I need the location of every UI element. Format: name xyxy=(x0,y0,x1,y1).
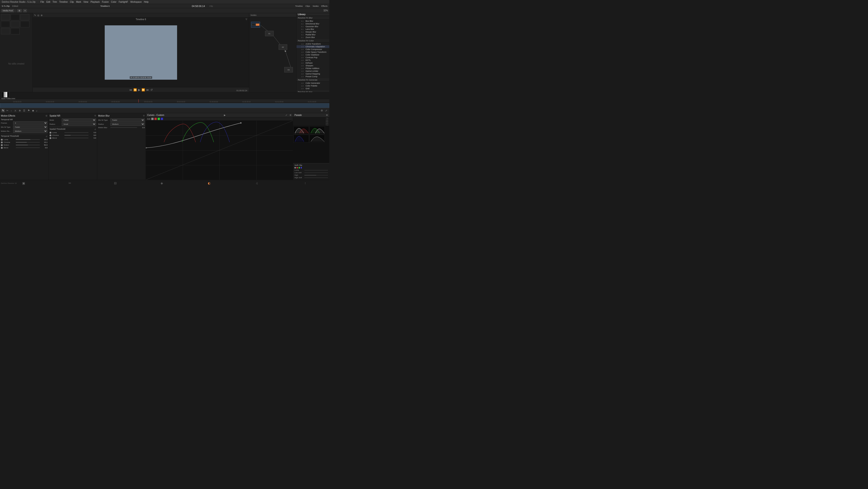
snr-threshold-reset[interactable]: ↺ xyxy=(94,128,96,131)
node-box-4[interactable]: 03 xyxy=(284,67,293,73)
lib-item-grid[interactable]: 1.0 Grid xyxy=(297,87,329,90)
sc-lowsoft-slider[interactable] xyxy=(304,173,328,173)
nav-color[interactable]: ◐ Color xyxy=(205,181,213,185)
sc-highsoft-slider[interactable] xyxy=(304,177,328,178)
mix-nt-select[interactable]: Faster xyxy=(13,125,48,129)
menu-file[interactable]: File xyxy=(40,1,44,3)
nav-edit[interactable]: ⊟ Edit xyxy=(112,181,119,185)
hand-tool[interactable]: ☰ xyxy=(22,109,26,112)
go-end-btn[interactable]: ⏭ xyxy=(146,88,149,91)
play-btn[interactable]: ▶ xyxy=(138,88,140,91)
mb-blur-slider[interactable] xyxy=(111,127,137,128)
menu-playback[interactable]: Playback xyxy=(90,1,100,3)
lib-item-directional-blur[interactable]: 3.1 Directional Blur xyxy=(297,22,329,25)
timeline-tab[interactable]: Timeline xyxy=(295,5,303,7)
curves-red-btn[interactable] xyxy=(154,118,157,120)
snr-luma-slider[interactable] xyxy=(64,132,88,133)
audio-tool[interactable]: ♪ xyxy=(35,109,38,112)
lib-item-color-space-transform[interactable]: 1.0 Color Space Transform xyxy=(297,51,329,53)
menu-view[interactable]: View xyxy=(84,1,88,3)
menu-workspace[interactable]: Workspace xyxy=(130,1,142,3)
lib-item-gaussian-blur[interactable]: 3.1 Gaussian Blur xyxy=(297,25,329,28)
lib-item-chromatic-adaptation[interactable]: 1.0 Chromatic Adaptation xyxy=(297,45,329,48)
gallery-thumb-2[interactable] xyxy=(11,14,20,20)
mb-nt-select[interactable]: Faster xyxy=(111,118,145,122)
transform-icon[interactable]: ⊕ xyxy=(41,14,42,17)
cut-tool[interactable]: ✂ xyxy=(6,109,9,112)
menu-color[interactable]: Color xyxy=(111,1,117,3)
pencil-icon[interactable]: ✎ xyxy=(34,14,36,17)
lib-item-radial-blur[interactable]: 3.1 Radial Blur xyxy=(297,33,329,36)
lib-item-gamut-limiter[interactable]: 1.0 Gamut Limiter xyxy=(297,70,329,73)
lib-item-zoom-blur[interactable]: 3.1 Zoom Blur xyxy=(297,36,329,39)
track-clip-1[interactable] xyxy=(0,103,329,108)
menu-edit[interactable]: Edit xyxy=(46,1,50,3)
menu-mark[interactable]: Mark xyxy=(76,1,81,3)
marker-tool[interactable]: ◆ xyxy=(31,109,35,112)
step-back-btn[interactable]: ⏪ xyxy=(133,88,137,91)
sc-luma-slider[interactable] xyxy=(304,170,328,170)
gallery-thumb-7[interactable] xyxy=(1,28,10,34)
lib-item-dctl[interactable]: 1.0 DCTL xyxy=(297,59,329,62)
curves-play-btn[interactable]: ▶ xyxy=(224,114,226,116)
lib-item-color-generator[interactable]: 1.0 Color Generator xyxy=(297,82,329,84)
nav-fairlight[interactable]: ♫ Fairlight xyxy=(252,181,262,185)
media-pool-btn[interactable]: Media Pool xyxy=(1,9,14,12)
curves-expand-btn[interactable]: ⤢ xyxy=(285,114,287,116)
lib-item-box-blur[interactable]: 3.1 Box Blur xyxy=(297,20,329,22)
step-fwd-btn[interactable]: ⏩ xyxy=(142,88,145,91)
arrow-tool[interactable]: ↑ xyxy=(10,109,13,112)
lib-item-gamut-mapping[interactable]: 1.0 Gamut Mapping xyxy=(297,73,329,75)
lib-item-color-palette[interactable]: 1.0 Color Palette xyxy=(297,84,329,87)
snr-radius-select[interactable]: Small xyxy=(62,122,96,126)
node-box-2[interactable]: 01 xyxy=(265,31,274,36)
loop-btn[interactable]: ↺ xyxy=(150,88,153,91)
gallery-thumb-1[interactable] xyxy=(1,14,10,20)
frames-select[interactable]: 357 xyxy=(13,121,48,125)
nodes-tab[interactable]: Nodes xyxy=(313,5,319,7)
node-box-1[interactable] xyxy=(251,22,260,28)
lib-item-lens-blur[interactable]: 3.1 Lens Blur xyxy=(297,28,329,31)
me-settings-icon[interactable]: ⚙ xyxy=(45,115,48,117)
gallery-thumb-3[interactable] xyxy=(20,14,29,20)
mb-settings-icon[interactable]: ⚙ xyxy=(143,115,145,117)
gallery-thumb-5[interactable] xyxy=(11,21,20,27)
gallery-thumb-4[interactable] xyxy=(1,21,10,27)
snr-blend-slider[interactable] xyxy=(64,138,88,138)
list-view-btn[interactable]: ≡ xyxy=(23,9,27,12)
menu-fairlight[interactable]: FairlightF xyxy=(119,1,128,3)
pencil-tool[interactable]: ✎ xyxy=(1,109,5,112)
timeline-strip[interactable]: 04:58:00:00 04:58:30:00 04:59:00:00 04:5… xyxy=(0,99,329,103)
mb-radius-select[interactable]: Medium xyxy=(111,122,145,126)
fx-tab[interactable]: Effects xyxy=(321,5,328,7)
nav-media[interactable]: ▣ Media xyxy=(20,181,28,185)
curves-green-btn[interactable] xyxy=(158,118,160,120)
target-icon[interactable]: ◎ xyxy=(37,14,39,17)
lib-item-color-compressor[interactable]: 1.0 Color Compressor xyxy=(297,48,329,51)
blade-tool[interactable]: ⚔ xyxy=(13,109,17,112)
gallery-thumb-6[interactable] xyxy=(20,21,29,27)
curves-settings-btn[interactable]: ⚙ xyxy=(289,114,291,116)
menu-trim[interactable]: Trim xyxy=(53,1,57,3)
curves-blue-btn[interactable] xyxy=(161,118,163,120)
expand-tool[interactable]: ⤢ xyxy=(324,109,328,112)
scopes-settings-icon[interactable]: ⚙ xyxy=(326,114,328,116)
lib-item-dehaze[interactable]: 1.0 Dehaze xyxy=(297,62,329,64)
lib-item-color-stabilizer[interactable]: 1.0 Color Stabilizer xyxy=(297,53,329,56)
lib-item-flicker[interactable]: 1.0 Flicker Addition xyxy=(297,67,329,70)
nav-deliver[interactable]: ↑ Deliver xyxy=(301,181,310,185)
snr-chroma-slider[interactable] xyxy=(64,135,88,136)
menu-timeline[interactable]: Timeline xyxy=(59,1,68,3)
motion-slider[interactable] xyxy=(16,145,40,145)
menu-fusion[interactable]: Fusion xyxy=(102,1,109,3)
motion-ra-select[interactable]: Medium xyxy=(13,130,48,133)
grid-view-btn[interactable]: ⊞ xyxy=(17,9,22,12)
zoom-tool[interactable]: ⊕ xyxy=(18,109,22,112)
lib-item-preset-comp[interactable]: 1.0 Preset Comp xyxy=(297,75,329,78)
chroma-slider[interactable] xyxy=(16,142,40,143)
settings-tool[interactable]: ⚙ xyxy=(320,109,323,112)
clip-thumb-main[interactable] xyxy=(1,92,9,97)
snr-mode-select[interactable]: Faster xyxy=(62,118,96,122)
flag-tool[interactable]: ⚑ xyxy=(27,109,31,112)
node-box-3[interactable]: 02 xyxy=(279,45,287,50)
